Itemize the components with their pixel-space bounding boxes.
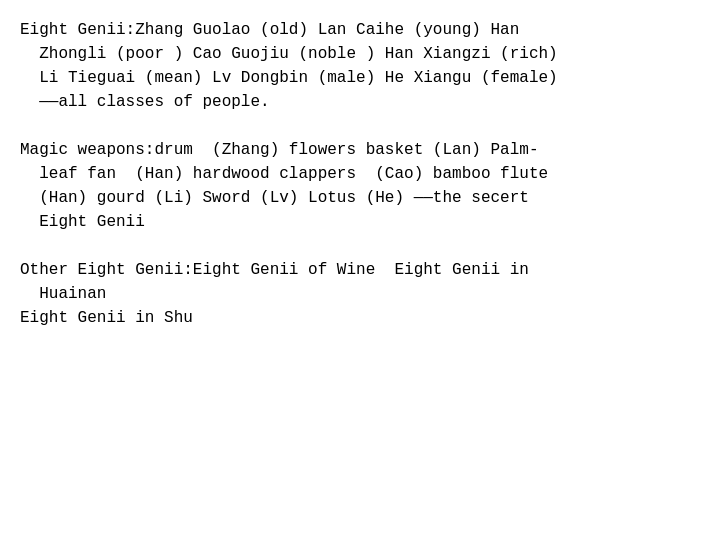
paragraph-3: Other Eight Genii:Eight Genii of Wine Ei… [20,258,700,330]
paragraph-3-text: Other Eight Genii:Eight Genii of Wine Ei… [20,261,529,327]
paragraph-1: Eight Genii:Zhang Guolao (old) Lan Caihe… [20,18,700,114]
paragraph-1-text: Eight Genii:Zhang Guolao (old) Lan Caihe… [20,21,558,111]
main-content: Eight Genii:Zhang Guolao (old) Lan Caihe… [0,0,720,348]
paragraph-2: Magic weapons:drum (Zhang) flowers baske… [20,138,700,234]
paragraph-2-text: Magic weapons:drum (Zhang) flowers baske… [20,141,548,231]
